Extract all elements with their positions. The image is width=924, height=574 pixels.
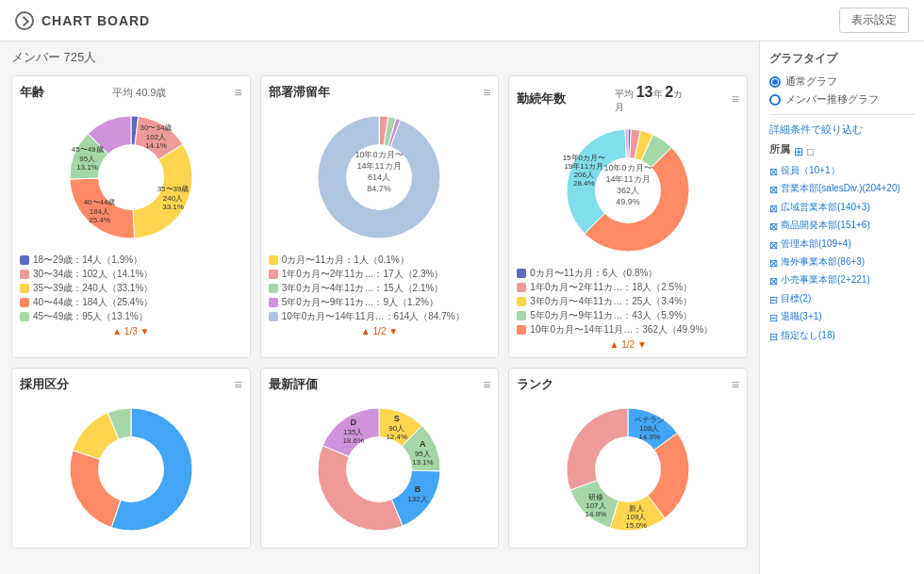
chart-card-latest-evaluation: 最新評価 ≡ S 90人 12.4%A 95人 13.1%B 132人 D 13… — [260, 368, 500, 549]
svg-text:35〜39歳: 35〜39歳 — [157, 185, 189, 193]
dept-checkbox-all[interactable]: ⊞ — [794, 145, 803, 158]
sidebar: グラフタイプ 通常グラフメンバー推移グラフ 詳細条件で絞り込む 所属 ⊞ □ ⊠… — [759, 41, 924, 574]
filter-link[interactable]: 詳細条件で絞り込む — [769, 123, 915, 137]
main-layout: メンバー 725人 年齢 平均 40.9歳 ≡ 30〜34歳 102人 14.1… — [0, 41, 924, 574]
svg-text:109人: 109人 — [626, 513, 646, 521]
svg-text:14.1%: 14.1% — [145, 141, 167, 150]
chart-menu-age[interactable]: ≡ — [234, 85, 241, 100]
legend-dot — [269, 255, 278, 265]
dept-checkbox-2: ⊠ — [769, 202, 778, 216]
svg-text:新人: 新人 — [629, 504, 644, 513]
dept-checkbox-none[interactable]: □ — [807, 145, 814, 158]
svg-text:40〜44歳: 40〜44歳 — [83, 198, 115, 206]
dept-item-1[interactable]: ⊠営業本部(salesDiv.)(204+20) — [769, 182, 915, 197]
legend-dot — [269, 270, 278, 279]
dept-name-4: 管理本部(109+4) — [781, 238, 851, 251]
radio-0 — [769, 76, 781, 88]
legend-text: 3年0カ月〜4年11カ…：25人（3.4%） — [530, 295, 692, 308]
svg-text:135人: 135人 — [344, 428, 364, 436]
svg-text:13.1%: 13.1% — [412, 458, 434, 467]
graph-option-0[interactable]: 通常グラフ — [769, 74, 915, 89]
svg-text:12.4%: 12.4% — [387, 433, 408, 441]
chart-header-dept-tenure: 部署滞留年 ≡ — [269, 84, 491, 101]
legend-text: 30〜34歳：102人（14.1%） — [33, 268, 153, 281]
svg-text:B: B — [415, 484, 421, 494]
legend-item-age-1: 30〜34歳：102人（14.1%） — [20, 268, 242, 281]
svg-point-28 — [346, 436, 412, 502]
dept-checkbox-1: ⊠ — [769, 183, 778, 197]
dept-checkbox-5: ⊠ — [769, 256, 778, 271]
donut-chart-tenure: 10年0カ月〜14年11カ月362人49.9% 15年0カ月〜 19年11カ月 … — [557, 120, 699, 261]
svg-text:206人: 206人 — [574, 171, 594, 179]
donut-chart-dept-tenure: 10年0カ月〜14年11カ月614人84.7% — [308, 107, 450, 248]
svg-text:15年0カ月〜: 15年0カ月〜 — [563, 154, 605, 162]
dept-item-8[interactable]: ⊟退職(3+1) — [769, 310, 915, 325]
dept-name-8: 退職(3+1) — [781, 310, 822, 323]
chart-menu-dept-tenure[interactable]: ≡ — [483, 85, 490, 100]
dept-name-2: 広域営業本部(140+3) — [781, 201, 870, 214]
dept-item-7[interactable]: ⊟目標(2) — [769, 292, 915, 307]
chart-title-hire-category: 採用区分 — [20, 376, 69, 393]
header-left: CHART BOARD — [15, 11, 150, 30]
svg-text:614人: 614人 — [368, 172, 390, 182]
dept-name-0: 役員（10+1） — [781, 164, 840, 177]
sidebar-divider — [769, 114, 915, 115]
chart-card-age: 年齢 平均 40.9歳 ≡ 30〜34歳 102人 14.1%35〜39歳 24… — [11, 75, 251, 358]
donut-chart-hire-category — [60, 399, 202, 540]
pagination-dept-tenure[interactable]: ▲ 1/2 ▼ — [361, 326, 398, 336]
content-area: メンバー 725人 年齢 平均 40.9歳 ≡ 30〜34歳 102人 14.1… — [0, 41, 759, 574]
dept-item-6[interactable]: ⊠小売事業本部(2+221) — [769, 273, 915, 288]
legend-item-age-4: 45〜49歳：95人（13.1%） — [20, 310, 242, 323]
page-title: CHART BOARD — [41, 13, 150, 28]
dept-label: 所属 — [769, 142, 790, 156]
svg-text:107人: 107人 — [586, 501, 605, 510]
chart-legend-age: 18〜29歳：14人（1.9%） 30〜34歳：102人（14.1%） 35〜3… — [20, 254, 242, 324]
chart-menu-latest-evaluation[interactable]: ≡ — [483, 377, 490, 392]
svg-text:95人: 95人 — [415, 450, 431, 458]
chart-body-hire-category — [20, 399, 242, 540]
svg-point-27 — [98, 436, 164, 502]
header: CHART BOARD 表示設定 — [0, 0, 924, 41]
chart-body-tenure: 10年0カ月〜14年11カ月362人49.9% 15年0カ月〜 19年11カ月 … — [517, 120, 739, 350]
graph-options: 通常グラフメンバー推移グラフ — [769, 74, 915, 107]
svg-text:84.7%: 84.7% — [368, 184, 392, 193]
legend-item-age-0: 18〜29歳：14人（1.9%） — [20, 254, 242, 267]
dept-item-9[interactable]: ⊟指定なし(18) — [769, 329, 915, 344]
settings-button[interactable]: 表示設定 — [839, 8, 909, 33]
legend-item-age-3: 40〜44歳：184人（25.4%） — [20, 296, 242, 309]
radio-label-1: メンバー推移グラフ — [785, 92, 879, 107]
dept-item-4[interactable]: ⊠管理本部(109+4) — [769, 238, 915, 253]
svg-text:90人: 90人 — [389, 424, 405, 433]
pagination-tenure[interactable]: ▲ 1/2 ▼ — [610, 339, 647, 350]
graph-option-1[interactable]: メンバー推移グラフ — [769, 92, 915, 107]
dept-item-3[interactable]: ⊠商品開発本部(151+6) — [769, 219, 915, 234]
legend-text: 5年0カ月〜9年11カ…：43人（5.9%） — [530, 309, 692, 322]
dept-item-2[interactable]: ⊠広域営業本部(140+3) — [769, 201, 915, 216]
legend-item-dept-tenure-2: 3年0カ月〜4年11カ…：15人（2.1%） — [269, 282, 491, 295]
dept-name-9: 指定なし(18) — [781, 329, 835, 342]
member-count: メンバー 725人 — [11, 49, 748, 66]
chart-header-rank: ランク ≡ — [517, 376, 739, 393]
legend-item-tenure-0: 0カ月〜11カ月：6人（0.8%） — [517, 267, 739, 280]
dept-item-5[interactable]: ⊠海外事業本部(86+3) — [769, 255, 915, 271]
svg-text:15.0%: 15.0% — [625, 521, 647, 530]
chart-menu-hire-category[interactable]: ≡ — [234, 377, 241, 392]
chart-title-tenure: 勤続年数 — [517, 90, 566, 107]
donut-chart-latest-evaluation: S 90人 12.4%A 95人 13.1%B 132人 D 135人 18.6… — [308, 399, 450, 540]
legend-item-tenure-3: 5年0カ月〜9年11カ…：43人（5.9%） — [517, 309, 739, 322]
dept-checkbox-6: ⊠ — [769, 274, 778, 288]
chart-body-dept-tenure: 10年0カ月〜14年11カ月614人84.7% 0カ月〜11カ月：1人（0.1%… — [269, 107, 491, 336]
dept-item-0[interactable]: ⊠役員（10+1） — [769, 164, 915, 179]
legend-item-tenure-4: 10年0カ月〜14年11月…：362人（49.9%） — [517, 323, 739, 336]
chart-title-latest-evaluation: 最新評価 — [269, 376, 318, 393]
chart-menu-rank[interactable]: ≡ — [732, 377, 739, 392]
legend-dot — [517, 311, 526, 320]
svg-text:14年11カ月: 14年11カ月 — [357, 161, 402, 171]
svg-text:25.4%: 25.4% — [89, 216, 110, 224]
chart-header-tenure: 勤続年数 平均 13年 2カ月 ≡ — [517, 84, 739, 114]
graph-type-title: グラフタイプ — [769, 51, 915, 67]
svg-text:13.1%: 13.1% — [76, 163, 98, 172]
pagination-age[interactable]: ▲ 1/3 ▼ — [112, 326, 149, 336]
dept-checkbox-9: ⊟ — [769, 330, 778, 344]
chart-menu-tenure[interactable]: ≡ — [732, 91, 739, 107]
